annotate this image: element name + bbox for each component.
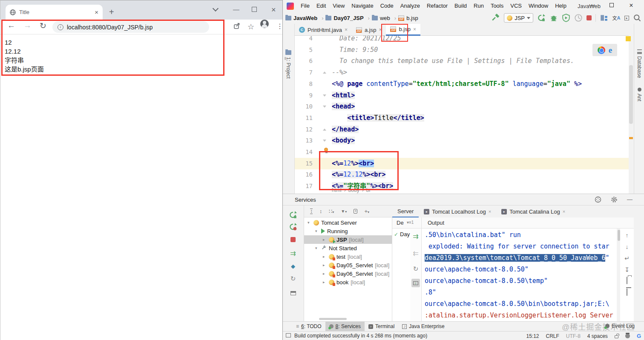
menu-item-code[interactable]: Code <box>377 0 397 12</box>
stop-icon[interactable] <box>586 15 592 20</box>
tree-horizontal-scrollbar[interactable] <box>319 318 347 320</box>
fold-marker-icon[interactable] <box>323 106 326 108</box>
breadcrumb-item[interactable]: web <box>380 15 390 21</box>
chevron-right-icon[interactable]: ▸ <box>323 254 327 259</box>
chevron-right-icon[interactable]: ▸ <box>323 263 327 267</box>
server-tab-server[interactable]: Server <box>392 206 419 217</box>
tree-item-running[interactable]: ▾Running <box>304 227 392 235</box>
tool-stripe-database[interactable]: Database <box>636 49 642 78</box>
float-mode-icon[interactable] <box>595 196 601 203</box>
lock-icon[interactable] <box>615 335 618 338</box>
intention-bulb-icon[interactable] <box>324 148 328 151</box>
undeploy-arrows-icon[interactable]: ⇇ <box>411 249 420 257</box>
translate-icon[interactable]: 文A <box>612 14 621 22</box>
frame-add-icon[interactable]: + <box>354 209 357 214</box>
ide-close-button[interactable]: × <box>623 0 640 12</box>
menu-item-navigate[interactable]: Navigate <box>348 0 377 12</box>
menu-item-view[interactable]: View <box>329 0 348 12</box>
menu-item-help[interactable]: Help <box>552 0 570 12</box>
search-icon[interactable] <box>633 14 641 22</box>
tab-close-icon[interactable]: × <box>95 9 98 16</box>
tree-item-book[interactable]: ▸book[local] <box>304 278 392 286</box>
console-output[interactable]: .50\bin\catalina.bat" run exploded: Wait… <box>422 229 617 321</box>
chevron-right-icon[interactable]: ▸ <box>323 237 327 242</box>
editor-breadcrumb-item[interactable]: html <box>332 187 342 193</box>
tab-search-icon[interactable] <box>213 6 218 11</box>
browser-minimize-button[interactable]: — <box>233 6 239 13</box>
menu-item-refactor[interactable]: Refactor <box>423 0 451 12</box>
soft-wrap-icon[interactable]: ↵ <box>623 255 631 263</box>
fold-marker-icon[interactable] <box>323 71 326 74</box>
editor-breadcrumb-item[interactable]: br <box>366 187 371 193</box>
menu-item-build[interactable]: Build <box>451 0 470 12</box>
layout-icon[interactable] <box>289 289 297 297</box>
chevron-down-icon[interactable]: ▾ <box>315 246 319 250</box>
menu-item-edit[interactable]: Edit <box>313 0 329 12</box>
scroll-down-icon[interactable]: ↓ <box>623 243 631 251</box>
run-anything-icon[interactable]: ▸ <box>624 16 629 20</box>
editor-tab-a.jsp[interactable]: a.jsp× <box>352 24 386 36</box>
edge-icon[interactable]: e <box>609 46 612 55</box>
tool-window-button-java-enterprise[interactable]: JJava Enterprise <box>398 322 448 331</box>
menu-item-file[interactable]: File <box>297 0 313 12</box>
server-tab-tomcat-catalina-log[interactable]: ▸Tomcat Catalina Log× <box>496 206 570 217</box>
scroll-up-icon[interactable]: ↑ <box>623 232 631 240</box>
update-application-icon[interactable] <box>411 279 420 287</box>
tool-stripe-1-project[interactable]: 1: Project <box>285 50 291 79</box>
browser-maximize-button[interactable] <box>252 7 257 12</box>
filter-icon[interactable]: ▼▾ <box>341 209 347 214</box>
tree-item-day05_servlet[interactable]: ▸Day05_Servlet[local] <box>304 261 392 269</box>
ide-maximize-button[interactable] <box>603 0 620 12</box>
editor-tab-PrintHtml.java[interactable]: CPrintHtml.java× <box>295 24 352 36</box>
refresh-icon[interactable]: ↻ <box>289 274 297 283</box>
deployment-column-header[interactable]: De <box>397 220 404 226</box>
deploy-arrows-icon[interactable]: ⇉ <box>411 232 420 240</box>
browser-tab[interactable]: Title × <box>6 5 103 20</box>
tree-item-tomcat-server[interactable]: ▾Tomcat Server <box>304 218 392 227</box>
ide-minimize-button[interactable]: — <box>584 0 601 12</box>
fold-marker-icon[interactable] <box>323 140 326 142</box>
debug-icon[interactable] <box>549 14 558 22</box>
tree-item-day06_servlet[interactable]: ▸Day06_Servlet[local] <box>304 269 392 278</box>
stop-server-icon[interactable] <box>289 235 297 244</box>
tool-window-button-6-todo[interactable]: ≡6: TODO <box>292 322 325 331</box>
menu-item-vcs[interactable]: VCS <box>507 0 525 12</box>
redeploy-refresh-icon[interactable]: ↻ <box>411 265 420 273</box>
deployment-row[interactable]: ✓ Day <box>394 231 410 237</box>
status-indent[interactable]: 4 spaces <box>587 333 608 339</box>
breadcrumb-item[interactable]: Day07_JSP <box>334 15 363 21</box>
run-configuration-select[interactable]: JSP <box>504 13 533 23</box>
url-bar[interactable]: i localhost:8080/Day07_JSP/b.jsp <box>52 21 209 33</box>
expand-all-icon[interactable]: ↕ <box>310 209 313 214</box>
fold-marker-icon[interactable] <box>323 129 326 131</box>
status-line-ending[interactable]: CRLF <box>546 333 559 339</box>
run-icon[interactable] <box>537 14 546 22</box>
breadcrumb-item[interactable]: JavaWeb <box>293 15 317 21</box>
editor-scrollbar[interactable] <box>629 65 633 124</box>
menu-item-analyze[interactable]: Analyze <box>397 0 423 12</box>
diamond-icon[interactable]: ◆ <box>289 262 297 270</box>
chevron-down-icon[interactable]: ▾ <box>308 220 311 225</box>
inspections-hector-icon[interactable] <box>625 334 630 338</box>
new-tab-button[interactable]: + <box>109 7 114 17</box>
gear-icon[interactable] <box>611 196 618 203</box>
debug-server-icon[interactable] <box>289 223 297 231</box>
tool-window-button-8-services[interactable]: 8: Services <box>325 322 365 331</box>
tab-close-icon[interactable]: × <box>379 27 382 33</box>
tab-close-icon[interactable]: × <box>345 27 348 33</box>
tab-close-icon[interactable]: × <box>563 209 565 214</box>
tab-close-icon[interactable]: × <box>489 209 491 214</box>
tool-stripe-ant[interactable]: Ant <box>636 88 642 101</box>
breadcrumb-item[interactable]: b.jsp <box>406 15 418 21</box>
editor-breadcrumb-item[interactable]: body <box>348 187 359 193</box>
tree-item-not-started[interactable]: ▾Not Started <box>304 244 392 252</box>
profile-avatar[interactable] <box>260 20 269 28</box>
group-by-icon[interactable]: ∷▾ <box>329 208 334 214</box>
coverage-icon[interactable] <box>562 14 570 22</box>
menu-item-run[interactable]: Run <box>470 0 487 12</box>
back-icon[interactable]: ← <box>7 21 15 30</box>
chevron-right-icon[interactable]: ▸ <box>323 280 327 284</box>
code-editor[interactable]: 4 Date: 2021/12/255 Time: 9:506 To chang… <box>295 36 629 194</box>
fold-marker-icon[interactable] <box>323 94 326 97</box>
forward-icon[interactable]: → <box>23 21 32 30</box>
